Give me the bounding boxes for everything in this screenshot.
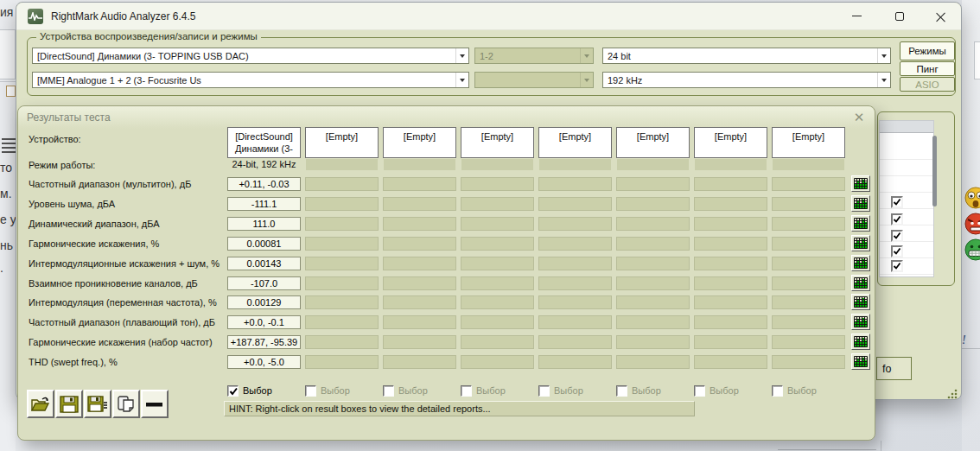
checkbox-icon (694, 385, 705, 397)
result-value-box[interactable]: +0.0, -5.0 (227, 355, 301, 369)
empty-result-box (383, 217, 456, 231)
resize-grip[interactable] (946, 388, 958, 402)
occluded-checked-checkbox[interactable] (891, 230, 903, 242)
empty-result-box (772, 237, 845, 251)
minimize-button[interactable] (837, 3, 875, 29)
scrollbar-thumb[interactable] (932, 136, 937, 206)
occluded-checked-checkbox[interactable] (891, 196, 903, 208)
mode-value: 24-bit, 192 kHz (227, 158, 301, 171)
empty-result-box (305, 276, 379, 290)
copy-icon[interactable] (112, 390, 140, 418)
result-value-box[interactable]: 0.00081 (227, 237, 301, 251)
column-select-checkbox[interactable]: Выбор (772, 384, 817, 397)
mode-strip (384, 159, 455, 170)
background-white-box (974, 41, 980, 79)
column-select-checkbox[interactable]: Выбор (538, 384, 583, 397)
spectrum-report-button[interactable] (851, 195, 870, 212)
partial-info-button[interactable]: fo (876, 357, 912, 380)
result-column-header[interactable]: [DirectSound]Динамики (3- (227, 127, 301, 158)
occluded-checked-checkbox[interactable] (891, 213, 903, 226)
empty-result-box (694, 276, 767, 290)
empty-result-box (383, 315, 456, 329)
result-column-header[interactable]: [Empty] (538, 127, 612, 158)
playback-device-select[interactable]: [DirectSound] Динамики (3- TOPPING USB D… (32, 48, 469, 64)
result-value-box[interactable]: +187.87, -95.39 (227, 335, 301, 349)
result-value-box[interactable]: -111.1 (227, 197, 301, 211)
spectrum-report-button[interactable] (851, 294, 870, 310)
column-select-checkbox[interactable]: Выбор (616, 384, 661, 397)
column-select-checkbox[interactable]: Выбор (305, 384, 350, 397)
angry-emoji-icon (964, 213, 980, 236)
maximize-button[interactable] (881, 3, 919, 29)
chevron-down-icon (877, 73, 890, 87)
spectrum-report-button[interactable] (851, 333, 870, 350)
spectrum-report-button[interactable] (851, 235, 870, 251)
result-column-header[interactable]: [Empty] (616, 127, 690, 158)
result-value-box[interactable]: +0.0, -0.1 (227, 315, 301, 329)
result-value-box[interactable]: 0.00129 (227, 295, 301, 309)
modes-button[interactable]: Режимы (900, 41, 955, 60)
occluded-checked-checkbox[interactable] (891, 260, 903, 272)
column-select-checkbox[interactable]: Выбор (461, 384, 506, 397)
result-value-box[interactable]: 0.00143 (227, 257, 301, 270)
spectrum-report-button[interactable] (851, 215, 870, 232)
devices-groupbox-legend: Устройства воспроизведения/записи и режи… (36, 31, 261, 41)
list-header (880, 121, 933, 133)
empty-result-box (538, 335, 612, 349)
ping-button[interactable]: Пинг (900, 61, 955, 76)
result-column-header[interactable]: [Empty] (772, 127, 845, 158)
empty-result-box (694, 355, 767, 369)
result-column-header[interactable]: [Empty] (461, 127, 534, 158)
empty-result-box (616, 295, 690, 309)
empty-result-box (772, 295, 845, 309)
empty-result-box (694, 237, 767, 251)
result-value-box[interactable]: +0.11, -0.03 (227, 177, 301, 191)
mode-strip (695, 159, 767, 170)
titlebar[interactable]: RightMark Audio Analyzer 6.4.5 (16, 3, 961, 30)
empty-result-box (694, 257, 767, 270)
empty-result-box (461, 177, 534, 191)
spectrum-report-button[interactable] (851, 175, 870, 192)
checkbox-icon (772, 385, 783, 397)
spectrum-report-button[interactable] (851, 275, 870, 291)
result-column-header[interactable]: [Empty] (694, 127, 767, 158)
open-icon[interactable] (27, 390, 54, 418)
spectrum-report-button[interactable] (851, 255, 870, 271)
save-icon[interactable] (55, 390, 83, 418)
column-select-checkbox[interactable]: Выбор (383, 384, 428, 397)
recording-device-select[interactable]: [MME] Analogue 1 + 2 (3- Focusrite Us (32, 72, 469, 88)
save-as-icon[interactable] (84, 390, 111, 418)
result-value-box[interactable]: -107.0 (227, 276, 301, 290)
spectrum-report-button[interactable] (851, 353, 870, 370)
results-toolbar (27, 390, 169, 418)
empty-result-box (383, 257, 456, 270)
empty-result-box (461, 197, 534, 211)
empty-result-box (305, 335, 379, 349)
column-select-checkbox[interactable]: Выбор (694, 384, 739, 397)
spectrum-report-button[interactable] (851, 314, 870, 330)
occluded-checked-checkbox[interactable] (891, 245, 903, 257)
empty-result-box (461, 217, 534, 231)
close-icon: ✕ (854, 110, 865, 125)
bit-depth-select[interactable]: 24 bit (602, 48, 891, 64)
result-value-box[interactable]: 111.0 (227, 217, 301, 231)
empty-result-box (383, 295, 456, 309)
checkbox-icon (616, 385, 627, 397)
dialog-close-button[interactable]: ✕ (850, 109, 869, 126)
mode-row-label: Режим работы: (29, 158, 226, 172)
close-icon (936, 11, 946, 22)
remove-icon[interactable] (141, 390, 169, 418)
column-select-checkbox[interactable]: Выбор (227, 384, 272, 397)
result-column-header[interactable]: [Empty] (305, 127, 379, 158)
empty-result-box (694, 197, 767, 211)
empty-result-box (461, 276, 534, 290)
background-bottom-line (778, 449, 876, 450)
empty-result-box (461, 315, 534, 329)
close-button[interactable] (922, 3, 960, 29)
test-results-dialog: Результаты теста ✕ Устройство: Режим раб… (17, 105, 875, 441)
mode-strip (461, 159, 533, 170)
result-row-label: Динамический диапазон, дБА (29, 217, 226, 231)
empty-result-box (694, 177, 767, 191)
sample-rate-select[interactable]: 192 kHz (602, 72, 891, 88)
result-column-header[interactable]: [Empty] (383, 127, 456, 158)
